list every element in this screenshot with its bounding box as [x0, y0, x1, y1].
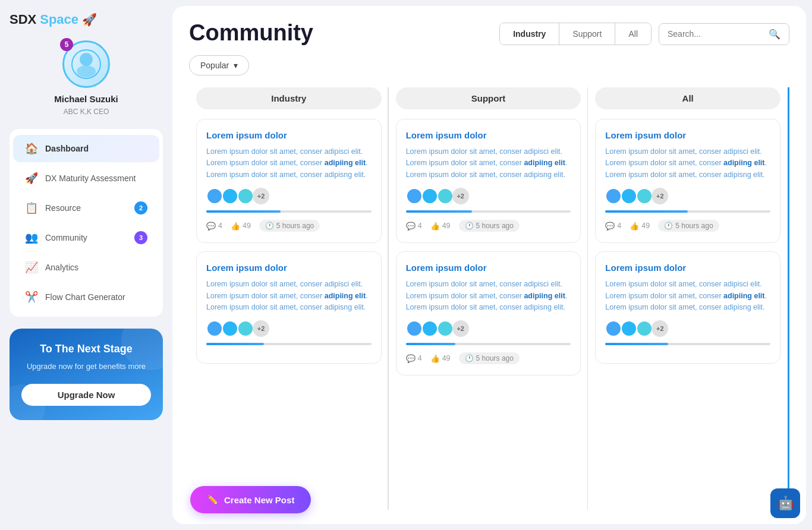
tab-all[interactable]: All: [615, 23, 651, 45]
avatar-group: +2: [406, 320, 571, 337]
avatar-more: +2: [253, 188, 269, 204]
sidebar-item-label: DX Maturity Assessment: [45, 173, 136, 183]
sidebar-item-dashboard[interactable]: 🏠 Dashboard: [13, 135, 159, 162]
column-header-industry: Industry: [196, 87, 382, 109]
post-meta: 💬 4 👍 49 🕐 5 hours ago: [605, 220, 770, 232]
avatar-more: +2: [452, 188, 469, 204]
comment-icon: 💬: [406, 222, 416, 231]
tab-support[interactable]: Support: [559, 23, 615, 45]
notification-badge: 5: [60, 38, 73, 51]
chevron-down-icon: ▾: [234, 61, 238, 70]
column-support: Support Lorem ipsum dolor Lorem ipsum do…: [389, 87, 588, 510]
svg-point-1: [77, 65, 96, 77]
progress-bar-fill: [406, 343, 455, 345]
post-card: Lorem ipsum dolor Lorem ipsum dolor sit …: [196, 119, 382, 243]
profile-title: ABC K,K CEO: [64, 108, 109, 116]
time-value: 5 hours ago: [276, 222, 314, 230]
comment-icon: 💬: [605, 222, 615, 231]
post-card: Lorem ipsum dolor Lorem ipsum dolor sit …: [396, 119, 581, 243]
mini-avatar: [237, 320, 254, 337]
mini-avatar: [421, 320, 438, 337]
progress-bar-bg: [406, 210, 571, 213]
post-card: Lorem ipsum dolor Lorem ipsum dolor sit …: [595, 251, 780, 364]
sidebar-item-dx-maturity[interactable]: 🚀 DX Maturity Assessment: [13, 165, 159, 192]
mini-avatar: [421, 188, 438, 204]
create-new-post-button[interactable]: ✏️ Create New Post: [190, 486, 311, 513]
upgrade-description: Upgrade now for get benefits more: [21, 361, 151, 372]
comment-count: 💬 4: [406, 354, 422, 363]
post-body: Lorem ipsum dolor sit amet, conser adipi…: [605, 279, 770, 313]
sidebar-item-community[interactable]: 👥 Community 3: [13, 224, 159, 251]
mini-avatar: [406, 320, 423, 337]
sidebar-item-analytics[interactable]: 📈 Analytics: [13, 254, 159, 281]
like-count: 👍 49: [430, 354, 451, 363]
post-card: Lorem ipsum dolor Lorem ipsum dolor sit …: [196, 251, 382, 364]
avatar-more: +2: [652, 320, 668, 337]
column-industry: Industry Lorem ipsum dolor Lorem ipsum d…: [189, 87, 389, 510]
profile-name: Michael Suzuki: [54, 94, 118, 104]
post-title: Lorem ipsum dolor: [206, 130, 372, 140]
time-badge: 🕐 5 hours ago: [459, 352, 520, 364]
avatar-more: +2: [652, 188, 668, 204]
columns-wrapper: Industry Lorem ipsum dolor Lorem ipsum d…: [189, 87, 789, 510]
filter-dropdown[interactable]: Popular ▾: [189, 55, 249, 75]
like-count: 👍 49: [231, 222, 251, 231]
mini-avatar: [222, 320, 238, 337]
post-title: Lorem ipsum dolor: [406, 263, 571, 273]
filter-row: Popular ▾: [189, 55, 789, 75]
sidebar-item-resource[interactable]: 📋 Resource 2: [13, 194, 159, 222]
flowchart-icon: ✂️: [25, 291, 38, 304]
chatbot-button[interactable]: 🤖: [770, 488, 800, 518]
time-badge: 🕐 5 hours ago: [459, 220, 520, 232]
like-value: 49: [442, 354, 451, 362]
clock-icon: 🕐: [465, 222, 474, 230]
clock-icon: 🕐: [265, 222, 274, 230]
comment-value: 4: [218, 222, 222, 230]
like-icon: 👍: [231, 222, 240, 231]
time-badge: 🕐 5 hours ago: [658, 220, 719, 232]
post-title: Lorem ipsum dolor: [206, 263, 372, 273]
time-value: 5 hours ago: [476, 222, 514, 230]
rocket-icon: 🚀: [82, 12, 97, 27]
mini-avatar: [621, 188, 637, 204]
like-icon: 👍: [430, 354, 440, 363]
comment-count: 💬 4: [206, 222, 222, 231]
comment-count: 💬 4: [605, 222, 621, 231]
mini-avatar: [605, 320, 622, 337]
sidebar-item-flowchart[interactable]: ✂️ Flow Chart Generator: [13, 283, 159, 311]
post-meta: 💬 4 👍 49 🕐 5 hours ago: [206, 220, 372, 232]
mini-avatar: [206, 320, 223, 337]
sidebar-item-label: Dashboard: [45, 144, 89, 153]
progress-bar-bg: [206, 210, 372, 213]
tab-industry[interactable]: Industry: [500, 23, 559, 45]
search-input[interactable]: [668, 29, 764, 39]
profile-section: 5 Michael Suzuki ABC K,K CEO: [10, 40, 163, 116]
avatar-group: +2: [206, 188, 372, 204]
avatar-group: +2: [206, 320, 372, 337]
main-content: Community Industry Support All 🔍 Popular…: [172, 6, 806, 524]
progress-bar-bg: [206, 343, 372, 345]
mini-avatar: [636, 188, 653, 204]
column-header-all: All: [595, 87, 780, 109]
community-badge: 3: [134, 231, 147, 244]
create-post-label: Create New Post: [224, 495, 294, 505]
like-value: 49: [243, 222, 251, 230]
column-all: All Lorem ipsum dolor Lorem ipsum dolor …: [588, 87, 789, 510]
resource-badge: 2: [134, 201, 147, 214]
post-meta: 💬 4 👍 49 🕐 5 hours ago: [406, 220, 571, 232]
logo-text-black: SDX: [10, 12, 36, 27]
edit-icon: ✏️: [207, 494, 218, 505]
time-value: 5 hours ago: [476, 354, 514, 362]
post-body: Lorem ipsum dolor sit amet, conser adipi…: [206, 146, 372, 181]
logo-text-blue: Space: [40, 12, 78, 27]
upgrade-button[interactable]: Upgrade Now: [21, 384, 151, 406]
filter-label: Popular: [200, 61, 229, 70]
mini-avatar: [636, 320, 653, 337]
sidebar-item-label: Community: [45, 233, 87, 242]
comment-value: 4: [418, 222, 422, 230]
sidebar-item-label: Resource: [45, 203, 81, 213]
sidebar: SDX Space 🚀 5 Michael Suzuki ABC K,K CEO…: [0, 0, 172, 530]
post-body: Lorem ipsum dolor sit amet, conser adipi…: [206, 279, 372, 313]
clock-icon: 🕐: [465, 354, 474, 362]
analytics-icon: 📈: [25, 261, 38, 274]
